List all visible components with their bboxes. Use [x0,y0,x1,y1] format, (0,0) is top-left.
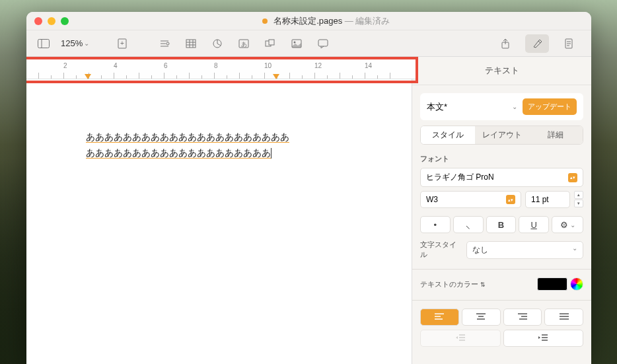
svg-rect-0 [38,39,50,48]
chevron-down-icon: ⌄ [512,103,517,110]
tab-style[interactable]: スタイル [421,126,475,144]
svg-line-15 [217,44,221,46]
media-icon[interactable] [285,34,308,53]
underline-button[interactable]: U [519,216,549,233]
ruler-label: 14 [365,62,372,69]
tab-layout[interactable]: レイアウト [475,126,529,144]
chevron-down-icon: ⌄ [84,40,89,47]
svg-rect-19 [269,40,274,45]
more-format-button[interactable]: ⚙︎⌄ [552,216,583,233]
char-spacing-button[interactable]: • [420,216,451,233]
add-page-icon[interactable]: + [110,34,134,53]
font-size-field[interactable]: 11 pt [525,191,570,208]
indent-increase-button[interactable] [503,330,584,347]
chart-icon[interactable] [205,34,229,53]
ruler-label: 8 [214,62,218,69]
inspector-tabs: スタイル レイアウト 詳細 [420,126,583,145]
size-down-button[interactable]: ▾ [574,200,583,207]
ruler-label: 2 [63,62,67,69]
svg-text:あ: あ [241,41,247,48]
align-left-button[interactable] [420,309,459,326]
svg-point-7 [166,42,169,45]
ruler-label: 4 [114,62,118,69]
comment-icon[interactable] [311,34,335,53]
size-up-button[interactable]: ▴ [574,191,583,199]
align-right-button[interactable] [503,309,542,326]
font-family-select[interactable]: ヒラギノ角ゴ ProN ▴▾ [420,168,583,187]
window-title: 名称未設定.pages — 編集済み [69,15,583,27]
paragraph-style-select[interactable]: 本文* ⌄ [427,101,517,113]
view-toggle-icon[interactable] [32,34,55,53]
format-icon[interactable] [525,34,549,53]
svg-point-21 [294,41,296,43]
char-style-label: 文字スタイル [420,240,461,260]
inspector-panel: テキスト 本文* ⌄ アップデート スタイル レイアウト 詳細 フォント ヒラギ… [412,57,591,364]
insert-text-icon[interactable] [153,34,176,53]
align-center-button[interactable] [462,309,501,326]
table-icon[interactable] [179,34,203,53]
zoom-select[interactable]: 125% ⌄ [58,38,92,48]
char-style-select[interactable]: なし ⌄ [466,241,583,259]
inspector-header: テキスト [412,57,591,85]
tab-more[interactable]: 詳細 [528,126,583,144]
bold-button[interactable]: B [486,216,517,233]
text-color-label: テキストのカラー ⇅ [420,279,486,289]
ruler-marker-icon[interactable] [85,74,91,79]
stepper-icon: ▴▾ [568,173,577,182]
svg-rect-22 [318,40,328,46]
window-controls [34,17,69,25]
close-icon[interactable] [34,17,42,25]
baseline-button[interactable]: ⸜ [453,216,484,233]
document-name: 名称未設定.pages [273,16,342,26]
font-weight-select[interactable]: W3 ▴▾ [420,191,521,208]
titlebar: 名称未設定.pages — 編集済み [26,12,591,30]
update-style-button[interactable]: アップデート [523,98,577,115]
text-line-1: ああああああああああああああああああああああ [86,131,289,143]
ruler-label: 6 [164,62,168,69]
document-status: — 編集済み [345,16,390,26]
text-cursor [271,148,272,159]
color-picker-icon[interactable] [570,277,583,291]
minimize-icon[interactable] [48,17,55,25]
ruler[interactable]: 02468101214 [26,59,416,79]
text-line-2: ああああああああああああああああああああ [86,147,271,159]
toolbar: 125% ⌄ + あ [26,30,591,57]
ruler-highlight: 02468101214 [26,57,418,83]
shape-icon[interactable] [258,34,282,53]
svg-text:+: + [120,40,124,47]
svg-rect-8 [186,40,196,48]
align-justify-button[interactable] [544,309,583,326]
chevron-down-icon: ⌄ [572,244,577,256]
ruler-label: 10 [264,62,272,69]
stepper-icon: ▴▾ [506,195,515,204]
font-section-label: フォント [420,154,583,164]
document-settings-icon[interactable] [557,34,581,53]
maximize-icon[interactable] [61,17,69,25]
document-area[interactable]: 02468101214 ああああああああああああああああああああああ あああああ… [26,57,412,364]
share-icon[interactable] [493,34,517,53]
app-window: 名称未設定.pages — 編集済み 125% ⌄ + あ 0246810121… [26,12,591,364]
chevron-down-icon: ⌄ [570,221,575,229]
modified-dot-icon [262,18,268,24]
text-box-icon[interactable]: あ [232,34,256,53]
indent-decrease-button[interactable] [420,330,501,347]
ruler-marker-icon[interactable] [273,74,279,79]
color-swatch[interactable] [537,277,567,291]
ruler-label: 12 [314,62,322,69]
